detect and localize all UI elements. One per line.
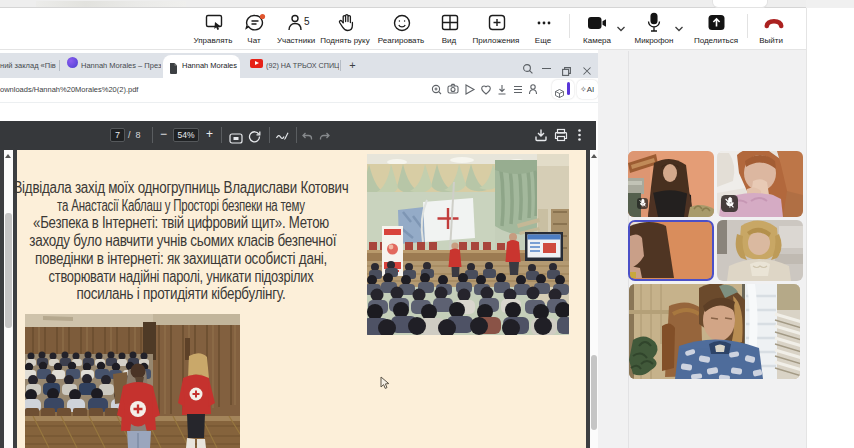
svg-text:5: 5 xyxy=(304,16,310,27)
